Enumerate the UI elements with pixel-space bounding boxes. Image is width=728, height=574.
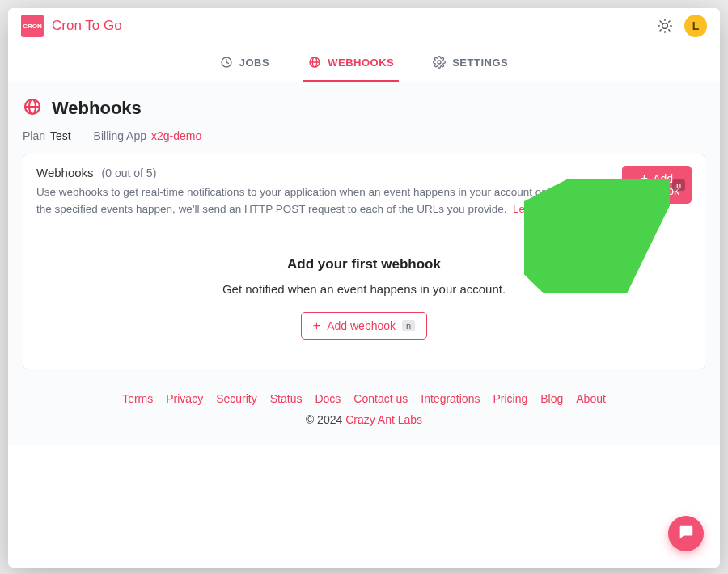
gear-icon <box>433 56 446 69</box>
page-header: Webhooks <box>23 97 705 120</box>
learn-more-link[interactable]: Learn more <box>513 203 569 215</box>
footer-link-privacy[interactable]: Privacy <box>166 392 203 405</box>
plus-icon: + <box>313 319 320 332</box>
footer-link-blog[interactable]: Blog <box>540 392 563 405</box>
copyright-prefix: © 2024 <box>306 413 345 426</box>
add-webhook-label-1: Add <box>653 172 673 185</box>
tab-jobs[interactable]: JOBS <box>215 44 274 82</box>
kbd-hint: n <box>672 179 685 191</box>
globe-icon <box>23 97 42 120</box>
brand[interactable]: CRON Cron To Go <box>21 15 122 37</box>
tab-settings[interactable]: SETTINGS <box>428 44 513 82</box>
card-empty-state: Add your first webhook Get notified when… <box>23 230 705 369</box>
theme-toggle-icon[interactable] <box>657 18 673 34</box>
app-window: CRON Cron To Go L J <box>8 8 720 568</box>
main-content: Webhooks Plan Test Billing App x2g-demo … <box>8 82 720 445</box>
avatar-initial: L <box>692 19 700 32</box>
chat-icon <box>677 523 695 544</box>
company-link[interactable]: Crazy Ant Labs <box>345 413 422 426</box>
plus-icon: + <box>641 172 648 185</box>
clock-icon <box>220 56 233 69</box>
copyright: © 2024 Crazy Ant Labs <box>23 413 705 426</box>
footer-link-status[interactable]: Status <box>270 392 303 405</box>
tab-webhooks[interactable]: WEBHOOKS <box>303 44 399 82</box>
avatar[interactable]: L <box>684 15 707 37</box>
tab-label: JOBS <box>239 57 269 69</box>
chat-button[interactable] <box>668 516 704 551</box>
footer-link-contact[interactable]: Contact us <box>353 392 408 405</box>
footer: Terms Privacy Security Status Docs Conta… <box>23 392 705 426</box>
logo-text: CRON <box>23 23 42 30</box>
add-webhook-outline-button[interactable]: + Add webhook n <box>301 312 427 340</box>
add-webhook-button[interactable]: + Add webhook n <box>622 166 692 204</box>
footer-link-integrations[interactable]: Integrations <box>421 392 480 405</box>
empty-subtitle: Get notified when an event happens in yo… <box>36 282 692 296</box>
svg-line-8 <box>669 21 670 22</box>
footer-link-pricing[interactable]: Pricing <box>493 392 527 405</box>
svg-point-13 <box>438 61 441 64</box>
page-title: Webhooks <box>52 98 142 119</box>
footer-links: Terms Privacy Security Status Docs Conta… <box>23 392 705 405</box>
kbd-hint: n <box>402 320 415 331</box>
footer-link-terms[interactable]: Terms <box>122 392 153 405</box>
page-meta: Plan Test Billing App x2g-demo <box>23 129 705 142</box>
plan-label: Plan <box>23 129 45 142</box>
brand-name: Cron To Go <box>52 18 122 34</box>
svg-point-0 <box>662 23 668 29</box>
logo-icon: CRON <box>21 15 44 37</box>
tab-label: WEBHOOKS <box>328 57 394 69</box>
add-webhook-label: Add webhook <box>327 319 396 332</box>
svg-line-3 <box>660 21 661 22</box>
billing-app-link[interactable]: x2g-demo <box>151 129 201 142</box>
billing-app-label: Billing App <box>94 129 146 142</box>
card-header: Webhooks (0 out of 5) Use webhooks to ge… <box>23 154 705 230</box>
plan-value: Test <box>50 129 71 142</box>
globe-icon <box>308 56 321 69</box>
topbar: CRON Cron To Go L <box>8 8 720 44</box>
webhooks-card: Webhooks (0 out of 5) Use webhooks to ge… <box>23 154 705 369</box>
learn-more-suffix: . <box>569 203 572 215</box>
topbar-actions: L <box>657 15 707 37</box>
empty-title: Add your first webhook <box>36 256 692 272</box>
footer-link-security[interactable]: Security <box>216 392 257 405</box>
svg-line-4 <box>669 30 670 31</box>
tab-label: SETTINGS <box>452 57 508 69</box>
card-description: Use webhooks to get real-time notificati… <box>36 184 607 218</box>
tab-bar: JOBS WEBHOOKS SETTINGS <box>8 44 720 82</box>
card-name: Webhooks <box>36 166 94 179</box>
footer-link-docs[interactable]: Docs <box>315 392 341 405</box>
svg-line-7 <box>660 30 661 31</box>
footer-link-about[interactable]: About <box>576 392 606 405</box>
card-count: (0 out of 5) <box>102 167 157 179</box>
